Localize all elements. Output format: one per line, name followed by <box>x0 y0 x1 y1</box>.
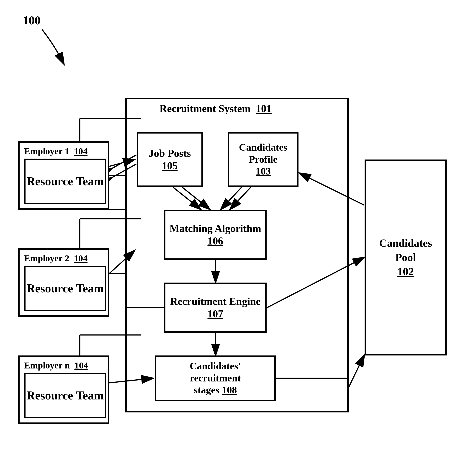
candidates-profile-box: Candidates Profile 103 <box>228 132 298 187</box>
job-posts-label: Job Posts 105 <box>149 147 191 172</box>
recruitment-engine-label: Recruitment Engine 107 <box>170 295 260 320</box>
matching-algorithm-box: Matching Algorithm 106 <box>164 210 267 260</box>
svg-line-15 <box>349 355 364 387</box>
ref-100-label: 100 <box>23 14 41 27</box>
matching-algorithm-label: Matching Algorithm 106 <box>170 222 261 247</box>
recruitment-engine-box: Recruitment Engine 107 <box>164 283 267 333</box>
employer-n-label: Employer n 104 <box>24 360 88 371</box>
employer-1-team: Resource Team <box>24 159 106 204</box>
employer-n-team: Resource Team <box>24 373 106 418</box>
candidates-stages-label: Candidates'recruitmentstages 108 <box>190 360 241 396</box>
employer-2-label: Employer 2 104 <box>24 253 87 264</box>
employer-2-box: Employer 2 104 Resource Team <box>18 248 109 317</box>
candidates-pool-box: CandidatesPool102 <box>365 160 447 355</box>
employer-1-box: Employer 1 104 Resource Team <box>18 141 109 210</box>
candidates-profile-label: Candidates Profile 103 <box>229 142 297 177</box>
employer-n-box: Employer n 104 Resource Team <box>18 355 109 424</box>
diagram: 100 <box>0 0 476 453</box>
job-posts-box: Job Posts 105 <box>137 132 203 187</box>
employer-2-team: Resource Team <box>24 266 106 311</box>
candidates-pool-label: CandidatesPool102 <box>379 236 432 279</box>
employer-1-label: Employer 1 104 <box>24 146 87 156</box>
candidates-stages-box: Candidates'recruitmentstages 108 <box>155 355 276 401</box>
recruitment-system-label: Recruitment System 101 <box>159 103 272 115</box>
